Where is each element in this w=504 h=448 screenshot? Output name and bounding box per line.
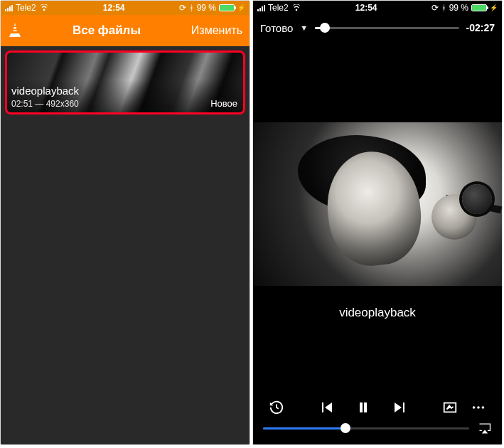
svg-rect-0 xyxy=(14,26,17,27)
carrier-label: Tele2 xyxy=(268,3,289,13)
right-controls xyxy=(442,400,486,415)
charging-icon: ⚡ xyxy=(237,4,245,11)
charging-icon: ⚡ xyxy=(490,4,498,11)
battery-icon xyxy=(219,4,235,11)
status-left: Tele2 xyxy=(5,3,49,13)
video-list-item[interactable]: videoplayback 02:51 — 492x360 Новое xyxy=(5,50,245,114)
status-bar: Tele2 12:54 ⟳ ᚼ 99 % ⚡ xyxy=(253,1,502,15)
video-new-badge: Новое xyxy=(210,98,237,109)
navbar: Все файлы Изменить xyxy=(1,15,250,46)
battery-pct: 99 % xyxy=(449,3,468,13)
clock: 12:54 xyxy=(103,3,125,13)
aspect-icon[interactable] xyxy=(442,400,458,415)
bottom-progress xyxy=(263,427,345,430)
svg-point-3 xyxy=(473,406,476,409)
prev-track-icon[interactable] xyxy=(318,399,335,416)
phone-library: Tele2 12:54 ⟳ ᚼ 99 % ⚡ Все файлы Изменит… xyxy=(0,0,250,445)
vlc-cone-icon[interactable] xyxy=(8,23,22,38)
bluetooth-icon: ᚼ xyxy=(441,4,446,12)
status-right: ⟳ ᚼ 99 % ⚡ xyxy=(431,3,498,13)
wifi-icon xyxy=(39,4,49,11)
clock: 12:54 xyxy=(355,3,377,13)
wifi-icon xyxy=(291,4,301,11)
bottom-scrub-thumb[interactable] xyxy=(341,423,350,433)
top-scrubber[interactable] xyxy=(315,27,459,29)
next-track-icon[interactable] xyxy=(392,399,409,416)
status-bar: Tele2 12:54 ⟳ ᚼ 99 % ⚡ xyxy=(1,1,250,15)
svg-point-4 xyxy=(477,406,480,409)
rotation-lock-icon: ⟳ xyxy=(431,3,439,13)
more-icon[interactable] xyxy=(471,400,486,415)
bluetooth-icon: ᚼ xyxy=(189,4,194,12)
library-body: videoplayback 02:51 — 492x360 Новое xyxy=(1,46,250,444)
history-icon[interactable] xyxy=(269,400,284,415)
time-remaining[interactable]: -02:27 xyxy=(466,22,495,33)
phone-player: Tele2 12:54 ⟳ ᚼ 99 % ⚡ Готово ▼ -02:27 v… xyxy=(252,0,503,445)
carrier-label: Tele2 xyxy=(16,3,36,13)
signal-icon xyxy=(5,4,13,11)
page-title: Все файлы xyxy=(73,23,141,38)
top-scrub-thumb[interactable] xyxy=(320,23,330,33)
player-controls xyxy=(253,399,502,416)
status-right: ⟳ ᚼ 99 % ⚡ xyxy=(179,3,245,13)
battery-pct: 99 % xyxy=(197,3,216,13)
chevron-down-icon[interactable]: ▼ xyxy=(300,23,308,32)
done-button[interactable]: Готово xyxy=(260,22,293,34)
transport-controls xyxy=(318,399,409,416)
svg-rect-1 xyxy=(13,29,18,31)
signal-icon xyxy=(257,4,265,11)
video-frame[interactable] xyxy=(253,122,502,286)
svg-point-5 xyxy=(482,406,485,409)
rotation-lock-icon: ⟳ xyxy=(179,3,186,13)
airplay-icon[interactable] xyxy=(478,422,492,434)
pause-icon[interactable] xyxy=(355,399,372,416)
now-playing-title: videoplayback xyxy=(253,306,502,320)
player-topbar: Готово ▼ -02:27 xyxy=(253,15,502,41)
battery-icon xyxy=(471,4,487,11)
bottom-scrubber[interactable] xyxy=(263,422,492,434)
video-meta: 02:51 — 492x360 xyxy=(11,99,79,109)
edit-button[interactable]: Изменить xyxy=(191,24,242,37)
status-left: Tele2 xyxy=(257,3,301,13)
video-name: videoplayback xyxy=(11,85,79,97)
